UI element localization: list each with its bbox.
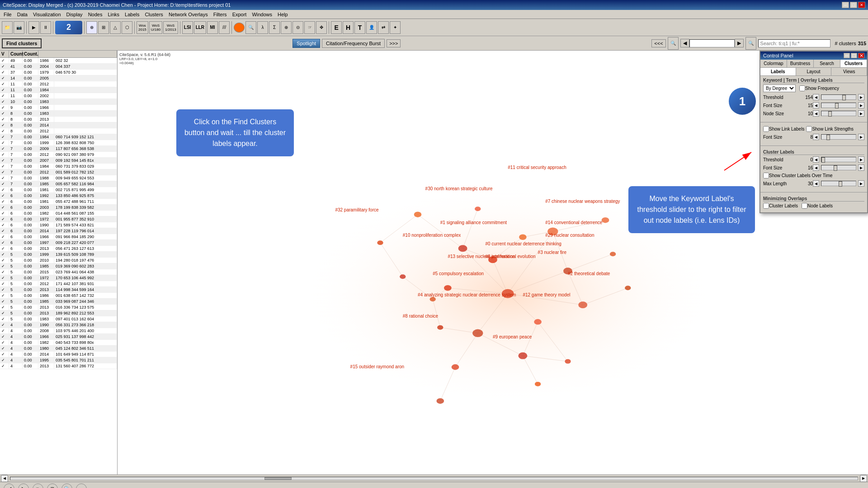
- cp-cl-threshold-left[interactable]: ◀: [813, 156, 819, 163]
- nav-prev-button[interactable]: ◀: [680, 39, 689, 47]
- table-row[interactable]: ✓ 8 0.00 1983: [0, 111, 117, 117]
- table-row[interactable]: ✓ 7 0.00 1999 126 398 832 808 750: [0, 140, 117, 146]
- tb-llr[interactable]: LLR: [194, 21, 206, 34]
- table-row[interactable]: ✓ 10 0.00 1983: [0, 99, 117, 105]
- cp-fontsize-slider[interactable]: [821, 103, 856, 108]
- cp-node-labels-check[interactable]: [802, 203, 807, 209]
- tab-search[interactable]: Search: [814, 60, 840, 67]
- scrollbar-thumb[interactable]: [264, 477, 292, 480]
- tb-year-prev[interactable]: WoSU/180: [149, 21, 162, 34]
- table-row[interactable]: ✓ 6 0.00 1972 001 955 877 352 910: [0, 216, 117, 222]
- cp-fontsize-left[interactable]: ◀: [813, 102, 819, 108]
- table-row[interactable]: ✓ 5 0.00 1986 001 638 657 142 732: [0, 293, 117, 299]
- tb-bold-e[interactable]: E: [331, 21, 342, 34]
- cp-cl-fontsize-right[interactable]: ▶: [858, 164, 864, 171]
- tb-move[interactable]: ✥: [316, 21, 327, 34]
- table-row[interactable]: ✓ 11 0.00 1984: [0, 87, 117, 93]
- cp-cl-threshold-right[interactable]: ▶: [858, 156, 864, 163]
- tb-year2015[interactable]: Wos2015: [137, 21, 148, 34]
- table-row[interactable]: ✓ 5 0.00 1985 033 969 087 244 346: [0, 299, 117, 305]
- menu-visualization[interactable]: Visualization: [30, 11, 64, 18]
- window-controls[interactable]: ─ □ ✕: [842, 2, 865, 8]
- tab-views[interactable]: Views: [831, 68, 867, 75]
- cp-threshold-slider[interactable]: [821, 94, 856, 100]
- cp-degree-select[interactable]: By Degree: [763, 84, 796, 92]
- spotlight-button[interactable]: Spotlight: [292, 39, 320, 48]
- table-row[interactable]: ✓ 6 0.00 1966 091 966 894 185 290: [0, 234, 117, 240]
- menu-links[interactable]: Links: [105, 11, 122, 18]
- table-row[interactable]: ✓ 8 0.00 2014: [0, 122, 117, 128]
- scroll-right-button[interactable]: ▶: [860, 475, 867, 482]
- status-edit-button[interactable]: ✏: [33, 483, 43, 488]
- table-row[interactable]: ✓ 4 0.00 2013 131 560 407 286 772: [0, 363, 117, 369]
- table-row[interactable]: ✓ 4 0.00 2008 103 975 446 201 400: [0, 328, 117, 334]
- tb-icon1[interactable]: ⊕: [86, 21, 97, 34]
- table-row[interactable]: ✓ 6 0.00 1981 002 715 871 995 499: [0, 187, 117, 193]
- menu-clusters[interactable]: Clusters: [142, 11, 166, 18]
- search-input[interactable]: [758, 39, 830, 47]
- table-row[interactable]: ✓ 11 0.00 2002: [0, 93, 117, 99]
- cp-max-length-left[interactable]: ◀: [813, 180, 819, 187]
- table-row[interactable]: ✓ 4 0.00 1980 045 124 802 346 511: [0, 346, 117, 352]
- table-row[interactable]: ✓ 5 0.00 2013 114 998 344 599 164: [0, 287, 117, 293]
- cp-cluster-labels-check[interactable]: [763, 203, 769, 209]
- cp-threshold-right[interactable]: ▶: [858, 94, 864, 100]
- cp-max-length-right[interactable]: ▶: [858, 180, 864, 187]
- cp-over-time-check[interactable]: [763, 173, 769, 178]
- menu-export[interactable]: Export: [230, 11, 250, 18]
- cp-cl-threshold-slider-container[interactable]: ◀ ▶: [813, 156, 864, 163]
- scroll-left-button[interactable]: ◀: [1, 475, 8, 482]
- table-row[interactable]: ✓ 4 0.00 2014 101 649 949 114 871: [0, 352, 117, 357]
- table-row[interactable]: ✓ 4 0.00 1995 035 545 801 701 211: [0, 357, 117, 363]
- status-more-button[interactable]: ···: [76, 483, 87, 488]
- cp-link-strengths-check[interactable]: [806, 126, 812, 132]
- table-row[interactable]: ✓ 5 0.00 2013 189 962 892 212 553: [0, 310, 117, 316]
- menu-display[interactable]: Display: [64, 11, 85, 18]
- status-copy-button[interactable]: ⧉: [47, 483, 58, 488]
- cp-fontsize2-slider-container[interactable]: ◀ ▶: [813, 134, 864, 140]
- menu-labels[interactable]: Labels: [122, 11, 142, 18]
- cp-nodesize-right[interactable]: ▶: [858, 110, 864, 117]
- tb-lambda[interactable]: λ: [257, 21, 268, 34]
- close-button[interactable]: ✕: [858, 2, 865, 8]
- menu-filters[interactable]: Filters: [211, 11, 230, 18]
- tb-search[interactable]: 🔍: [245, 21, 256, 34]
- find-clusters-button[interactable]: Find clusters: [2, 38, 42, 48]
- menu-network-overlays[interactable]: Network Overlays: [166, 11, 211, 18]
- table-row[interactable]: ✓ 6 0.00 1990 171 589 574 433 821: [0, 222, 117, 228]
- cp-threshold-slider-container[interactable]: ◀ ▶: [813, 94, 864, 100]
- status-back-button[interactable]: ◀: [4, 483, 14, 488]
- tb-select[interactable]: ☞: [304, 21, 315, 34]
- cp-maximize-button[interactable]: □: [851, 53, 857, 58]
- search-execute-button[interactable]: 🔍: [745, 37, 756, 50]
- table-row[interactable]: ✓ 11 0.00 2012: [0, 81, 117, 87]
- table-row[interactable]: ✓ 6 0.00 2013 056 471 263 127 613: [0, 246, 117, 252]
- citation-burst-button[interactable]: Citation/Frequency Burst: [322, 39, 385, 48]
- tab-layout[interactable]: Layout: [796, 68, 832, 75]
- cp-max-length-slider[interactable]: [821, 181, 856, 186]
- table-row[interactable]: ✓ 7 0.00 1985 005 657 582 116 984: [0, 181, 117, 187]
- table-row[interactable]: ✓ 4 0.00 1982 040 543 733 898 80x: [0, 340, 117, 346]
- table-row[interactable]: ✓ 7 0.00 2012 090 921 097 380 979: [0, 152, 117, 158]
- table-row[interactable]: ✓ 4 0.00 1990 056 331 273 366 218: [0, 322, 117, 328]
- tb-bold-h[interactable]: H: [343, 21, 354, 34]
- table-row[interactable]: ✓ 5 0.00 1985 019 369 090 602 283: [0, 263, 117, 269]
- tb-arrows[interactable]: ⇄: [378, 21, 389, 34]
- cp-cl-fontsize-slider[interactable]: [821, 165, 856, 170]
- menu-windows[interactable]: Windows: [249, 11, 275, 18]
- menu-data[interactable]: Data: [14, 11, 30, 18]
- play-button[interactable]: ▶: [28, 21, 39, 34]
- table-row[interactable]: ✓ 6 0.00 1997 009 218 227 420 077: [0, 240, 117, 246]
- cp-fontsize2-left[interactable]: ◀: [813, 134, 819, 140]
- cp-fontsize-slider-container[interactable]: ◀ ▶: [813, 102, 864, 108]
- menu-nodes[interactable]: Nodes: [85, 11, 105, 18]
- table-row[interactable]: ✓ 5 0.00 1972 170 653 106 445 992: [0, 275, 117, 281]
- tb-lsi[interactable]: LSI: [182, 21, 193, 34]
- table-row[interactable]: ✓ 5 0.00 2015 023 769 441 064 438: [0, 269, 117, 275]
- tab-clusters[interactable]: Clusters: [840, 60, 867, 67]
- menu-help[interactable]: Help: [275, 11, 291, 18]
- tb-bold-t[interactable]: T: [354, 21, 365, 34]
- cp-nodesize-left[interactable]: ◀: [813, 110, 819, 117]
- table-row[interactable]: ✓ 9 0.00 1966: [0, 105, 117, 111]
- table-row[interactable]: ✓ 5 0.00 2010 194 280 018 197 476: [0, 258, 117, 263]
